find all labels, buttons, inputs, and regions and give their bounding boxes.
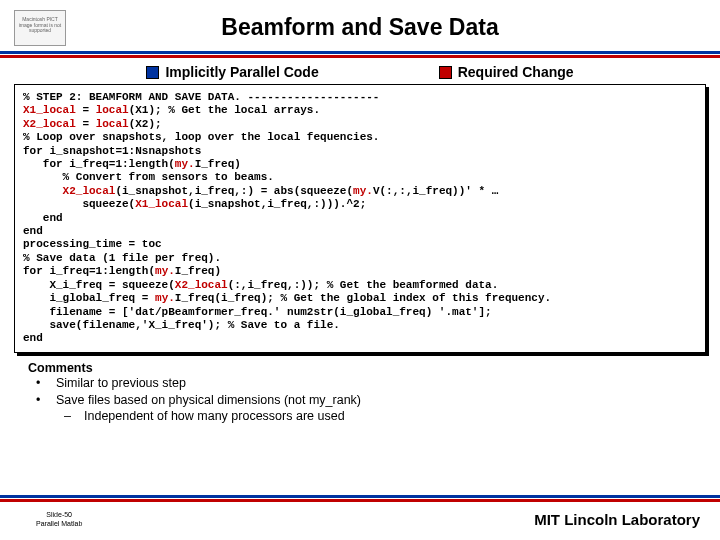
footer: Slide-50 Parallel Matlab MIT Lincoln Lab…	[0, 511, 720, 528]
legend-right-label: Required Change	[458, 64, 574, 80]
slide-number: Slide-50 Parallel Matlab	[36, 511, 82, 528]
comments-section: Comments Similar to previous step Save f…	[28, 361, 698, 426]
legend-parallel: Implicitly Parallel Code	[146, 64, 318, 80]
legend: Implicitly Parallel Code Required Change	[0, 58, 720, 84]
comment-bullet-1: Similar to previous step	[28, 375, 698, 392]
slide-title: Beamform and Save Data	[0, 0, 720, 51]
red-swatch-icon	[439, 66, 452, 79]
blue-swatch-icon	[146, 66, 159, 79]
comments-heading: Comments	[28, 361, 698, 375]
legend-left-label: Implicitly Parallel Code	[165, 64, 318, 80]
top-rule	[0, 51, 720, 58]
mit-logo-text: MIT Lincoln Laboratory	[534, 511, 700, 528]
comment-bullet-2: Save files based on physical dimensions …	[28, 392, 698, 409]
code-block: % STEP 2: BEAMFORM AND SAVE DATA. ------…	[14, 84, 706, 353]
image-placeholder: Macintosh PICT image format is not suppo…	[14, 10, 66, 46]
bottom-rule	[0, 495, 720, 502]
comment-subbullet-1: Independent of how many processors are u…	[28, 408, 698, 425]
legend-required: Required Change	[439, 64, 574, 80]
